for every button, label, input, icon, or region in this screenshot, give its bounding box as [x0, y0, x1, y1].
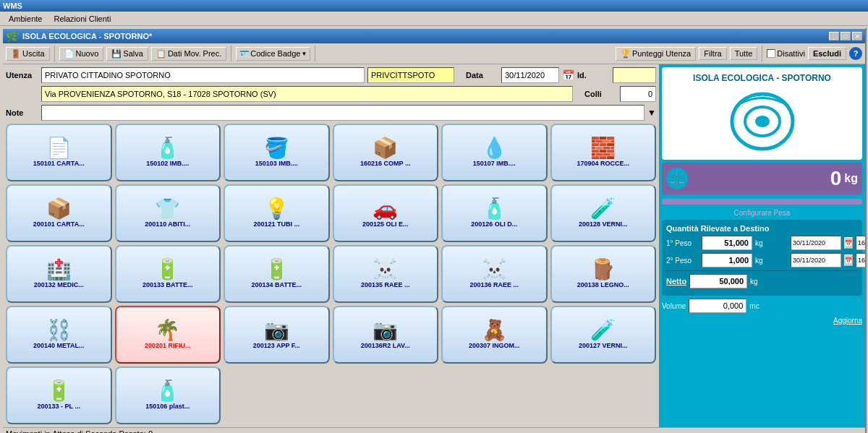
- grid-item-200110[interactable]: 👕 200110 ABITI...: [115, 184, 221, 242]
- note-input[interactable]: [41, 105, 644, 121]
- address-row: Colli: [6, 86, 656, 102]
- wms-title: WMS: [3, 1, 22, 10]
- help-button[interactable]: ?: [849, 47, 862, 60]
- toolbar: 🚪 Uscita 📄 Nuovo 💾 Salva 📋 Dati Mov. Pre…: [3, 43, 865, 64]
- grid-item-200101[interactable]: 📦 200101 CARTA...: [6, 184, 112, 242]
- note-expand-icon[interactable]: ▼: [647, 108, 656, 118]
- id-input[interactable]: [613, 67, 656, 83]
- grid-item-label-150103: 150103 IMB....: [255, 160, 298, 167]
- utenza-row: Utenza Data 📅 Id.: [6, 67, 656, 83]
- grid-item-label-200134: 200134 BATTE...: [252, 281, 302, 288]
- grid-item-200125[interactable]: 🚗 200125 OLI E...: [333, 184, 439, 242]
- grid-item-icon-200135: ☠️: [373, 260, 398, 280]
- disattivi-label: Disattivi: [777, 49, 805, 58]
- aggiorna-row: Aggiorna: [662, 316, 862, 325]
- peso2-row: 2° Peso kg 📅: [666, 253, 858, 267]
- aggiorna-link[interactable]: Aggiorna: [833, 317, 862, 325]
- grid-item-200127[interactable]: 🧪 200127 VERNI...: [550, 306, 657, 364]
- peso2-input[interactable]: [702, 253, 752, 267]
- menu-bar: Ambiente Relazioni Clienti: [0, 12, 868, 26]
- grid-item-150102[interactable]: 🧴 150102 IMB....: [115, 124, 221, 181]
- peso2-date[interactable]: [791, 253, 841, 267]
- codice-badge-dropdown[interactable]: 🪪 Codice Badge ▼: [236, 47, 310, 61]
- volume-label: Volume: [662, 302, 686, 310]
- disattivi-checkbox[interactable]: [767, 49, 775, 58]
- grid-item-200132[interactable]: 🏥 200132 MEDIC...: [6, 245, 112, 303]
- grid-item-200128[interactable]: 🧪 200128 VERNI...: [550, 184, 657, 242]
- grid-item-label-200121: 200121 TUBI ...: [253, 220, 299, 228]
- netto-input[interactable]: [689, 274, 747, 288]
- grid-item-200133b[interactable]: 🔋 200133 - PL ...: [6, 366, 112, 424]
- punteggi-button[interactable]: 🏆 Punteggi Utenza: [616, 47, 696, 61]
- grid-item-icon-160216: 📦: [373, 138, 398, 158]
- menu-relazioni[interactable]: Relazioni Clienti: [48, 13, 116, 25]
- uscita-button[interactable]: 🚪 Uscita: [6, 47, 50, 61]
- grid-item-icon-200127: 🧪: [590, 320, 616, 340]
- items-grid: 📄 150101 CARTA... 🧴 150102 IMB.... 🪣 150…: [6, 124, 656, 424]
- volume-input[interactable]: [689, 299, 746, 313]
- grid-item-label-200201: 200201 RIFIU...: [145, 342, 191, 349]
- peso1-time[interactable]: [856, 236, 865, 250]
- grid-item-label-200133: 200133 BATTE...: [142, 281, 192, 288]
- address-input[interactable]: [41, 86, 573, 102]
- minimize-button[interactable]: _: [829, 32, 839, 40]
- grid-item-200133[interactable]: 🔋 200133 BATTE...: [115, 245, 221, 303]
- grid-item-150107[interactable]: 💧 150107 IMB....: [441, 124, 548, 181]
- grid-item-150106[interactable]: 🧴 150106 plast...: [115, 366, 221, 424]
- grid-item-200121[interactable]: 💡 200121 TUBI ...: [224, 184, 330, 242]
- dati-mov-button[interactable]: 📋 Dati Mov. Prec.: [151, 47, 226, 61]
- colli-input[interactable]: [620, 86, 656, 102]
- grid-item-150103[interactable]: 🪣 150103 IMB....: [224, 124, 330, 181]
- maximize-button[interactable]: □: [841, 32, 851, 40]
- grid-item-icon-200121: 💡: [264, 199, 289, 219]
- grid-item-label-200132: 200132 MEDIC...: [34, 281, 84, 288]
- escludi-button[interactable]: Escludi: [808, 47, 846, 60]
- tutte-button[interactable]: Tutte: [730, 47, 758, 60]
- main-window: 🌿 ISOLA ECOLOGICA - SPOTORNO* _ □ ✕ 🚪 Us…: [1, 27, 867, 433]
- grid-item-icon-150102: 🧴: [155, 138, 180, 158]
- data-input[interactable]: [501, 67, 559, 83]
- weight-display: ⚖️ 0 kg: [662, 163, 862, 194]
- punteggi-label: Punteggi Utenza: [632, 49, 691, 58]
- grid-item-label-200128: 200128 VERNI...: [579, 220, 628, 228]
- grid-item-200138[interactable]: 🪵 200138 LEGNO...: [550, 245, 657, 303]
- grid-item-200134[interactable]: 🔋 200134 BATTE...: [224, 245, 330, 303]
- nuovo-button[interactable]: 📄 Nuovo: [59, 47, 104, 61]
- peso2-time[interactable]: [856, 253, 865, 267]
- grid-item-200140[interactable]: ⛓️ 200140 METAL...: [6, 306, 112, 364]
- grid-item-200135[interactable]: ☠️ 200135 RAEE ...: [333, 245, 439, 303]
- note-row: Note ▼: [6, 105, 656, 121]
- peso1-date[interactable]: [791, 236, 841, 250]
- grid-item-200201[interactable]: 🌴 200201 RIFIU...: [115, 306, 221, 364]
- quantities-section: Quantità Rilevate a Destino 1° Peso kg 📅…: [662, 220, 862, 296]
- grid-item-200136[interactable]: ☠️ 200136 RAEE ...: [441, 245, 548, 303]
- peso2-cal-icon[interactable]: 📅: [844, 254, 853, 266]
- grid-item-label-200140: 200140 METAL...: [33, 342, 84, 349]
- close-button[interactable]: ✕: [852, 32, 862, 40]
- grid-item-icon-200136R2: 📷: [373, 320, 398, 340]
- peso1-input[interactable]: [702, 236, 752, 250]
- peso1-cal-icon[interactable]: 📅: [844, 237, 853, 249]
- grid-item-200136R2[interactable]: 📷 200136R2 LAV...: [333, 306, 439, 364]
- grid-item-200126[interactable]: 🧴 200126 OLI D...: [441, 184, 548, 242]
- menu-ambiente[interactable]: Ambiente: [3, 13, 48, 25]
- data-label: Data: [466, 71, 498, 80]
- grid-item-170904[interactable]: 🧱 170904 ROCCE...: [550, 124, 657, 181]
- grid-item-200307[interactable]: 🧸 200307 INGOM...: [441, 306, 548, 364]
- peso2-unit: kg: [755, 257, 788, 265]
- weight-value: 0: [691, 167, 841, 190]
- calendar-icon[interactable]: 📅: [562, 69, 574, 81]
- uscita-label: Uscita: [22, 49, 45, 58]
- utenza-code-input[interactable]: [367, 67, 454, 83]
- movimenti-status: Movimenti in Attesa di Seconda Pesata: 0: [6, 429, 153, 433]
- grid-item-label-200125: 200125 OLI E...: [362, 220, 409, 228]
- salva-button[interactable]: 💾 Salva: [106, 47, 148, 61]
- grid-item-150101[interactable]: 📄 150101 CARTA...: [6, 124, 112, 181]
- grid-item-200123[interactable]: 📷 200123 APP F...: [224, 306, 330, 364]
- grid-item-icon-200307: 🧸: [482, 320, 507, 340]
- filtra-button[interactable]: Filtra: [699, 47, 726, 60]
- grid-item-160216[interactable]: 📦 160216 COMP ...: [333, 124, 439, 181]
- grid-item-icon-200134: 🔋: [264, 260, 289, 280]
- utenza-input[interactable]: [41, 67, 365, 83]
- dati-mov-label: Dati Mov. Prec.: [168, 49, 221, 58]
